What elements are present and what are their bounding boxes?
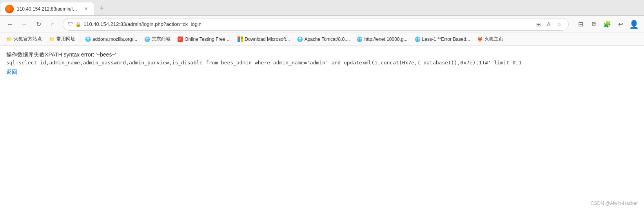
tab-bar: 110.40.154.212:83/admin/login.p ✕ + <box>0 0 644 16</box>
profile-icon[interactable]: 👤 <box>628 18 640 31</box>
folder-icon: 📁 <box>6 37 12 42</box>
grid-icon[interactable]: ⊞ <box>534 20 543 29</box>
folder-icon: 📁 <box>49 37 55 42</box>
tab-manager-icon[interactable]: ⧉ <box>588 18 600 31</box>
shield-icon: 🛡 <box>68 21 73 27</box>
bookmark-label: 火狐主页 <box>484 36 503 42</box>
check-icon: ✓ <box>178 36 183 42</box>
forward-button[interactable]: → <box>18 18 31 31</box>
bookmark-label: Less-1 **Error Based... <box>422 37 470 42</box>
bookmark-apache-tomcat[interactable]: 🌐 Apache Tomcat/8.0.... <box>294 35 353 43</box>
error-message: 操作数据库失败XPATH syntax error: '~bees~' <box>6 50 638 59</box>
bookmark-separator <box>80 36 80 42</box>
bookmark-label: 常用网址 <box>56 36 75 42</box>
home-button[interactable]: ⌂ <box>46 18 59 31</box>
address-bar-container: 🛡 🔒 ⊞ A ☆ <box>63 18 569 31</box>
watermark: CSDN @Aiwin-Hacker <box>591 201 638 206</box>
bookmark-addons-mozilla[interactable]: 🌐 addons.mozilla.org/... <box>82 35 140 43</box>
bookmark-label: Apache Tomcat/8.0.... <box>305 37 350 42</box>
bookmark-label: Online Testing Free ... <box>185 37 230 42</box>
globe-icon: 🌐 <box>85 37 91 42</box>
bookmark-download-microsoft[interactable]: Download Microsoft... <box>234 35 293 43</box>
globe-icon: 🌐 <box>357 37 363 42</box>
bookmarks-bar: 📁 火狐官方站点 📁 常用网址 🌐 addons.mozilla.org/...… <box>0 33 644 46</box>
bookmark-label: 火狐官方站点 <box>14 36 42 42</box>
sidebar-icon[interactable]: ⊟ <box>574 18 587 31</box>
bookmark-online-testing[interactable]: ✓ Online Testing Free ... <box>174 35 234 43</box>
globe-icon: 🌐 <box>415 37 421 42</box>
ms-icon <box>238 37 243 42</box>
bookmark-label: http://enet.10000.g... <box>364 37 407 42</box>
bookmark-huhu-official[interactable]: 📁 火狐官方站点 <box>3 35 45 44</box>
extensions-icon[interactable]: 🧩 <box>601 18 613 31</box>
page-content: 操作数据库失败XPATH syntax error: '~bees~' sql:… <box>0 46 644 210</box>
globe-icon: 🌐 <box>144 37 150 42</box>
firefox-icon: 🦊 <box>477 37 483 42</box>
bookmark-jd[interactable]: 🌐 京东商城 <box>141 35 174 44</box>
refresh-button[interactable]: ↻ <box>32 18 45 31</box>
bookmark-huhu-home[interactable]: 🦊 火狐主页 <box>474 35 506 44</box>
back-button[interactable]: ← <box>4 18 16 31</box>
bookmark-label: 京东商城 <box>152 36 171 42</box>
globe-icon: 🌐 <box>297 37 303 42</box>
browser-window: 110.40.154.212:83/admin/login.p ✕ + ← → … <box>0 0 644 210</box>
bookmark-label: addons.mozilla.org/... <box>93 37 137 42</box>
bookmark-label: Download Microsoft... <box>245 37 290 42</box>
toolbar-actions: ⊟ ⧉ 🧩 ↩ 👤 <box>574 18 640 31</box>
tab-title: 110.40.154.212:83/admin/login.p <box>17 6 80 12</box>
address-bar-actions: ⊞ A ☆ <box>534 20 564 29</box>
nav-bar: ← → ↻ ⌂ 🛡 🔒 ⊞ A ☆ ⊟ ⧉ 🧩 ↩ 👤 <box>0 16 644 33</box>
tab-favicon <box>5 5 14 13</box>
translate-icon[interactable]: A <box>544 20 553 29</box>
active-tab[interactable]: 110.40.154.212:83/admin/login.p ✕ <box>0 2 94 15</box>
undo-icon[interactable]: ↩ <box>614 18 627 31</box>
address-input[interactable] <box>83 21 532 27</box>
bookmark-less-1[interactable]: 🌐 Less-1 **Error Based... <box>412 35 473 43</box>
back-link[interactable]: 返回 <box>6 69 17 76</box>
star-icon[interactable]: ☆ <box>554 20 564 29</box>
new-tab-button[interactable]: + <box>96 2 108 15</box>
lock-icon: 🔒 <box>75 22 81 27</box>
tab-close-button[interactable]: ✕ <box>83 6 89 12</box>
bookmark-enet[interactable]: 🌐 http://enet.10000.g... <box>354 35 410 43</box>
bookmark-common-web[interactable]: 📁 常用网址 <box>46 35 78 44</box>
sql-query: sql:select id,admin_name,admin_password,… <box>6 60 638 66</box>
